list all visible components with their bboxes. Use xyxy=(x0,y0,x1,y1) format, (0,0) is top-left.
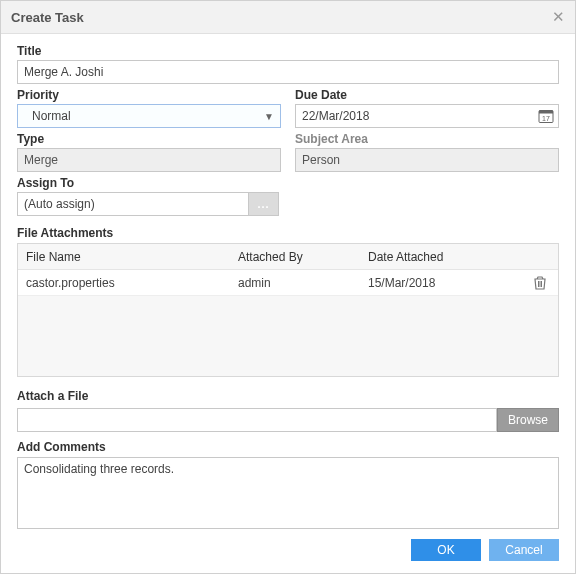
dialog-titlebar: Create Task ✕ xyxy=(1,1,575,34)
assign-picker-button[interactable]: ... xyxy=(249,192,279,216)
attach-file-label: Attach a File xyxy=(17,389,559,403)
subject-area-label: Subject Area xyxy=(295,132,559,146)
dialog-content: Title Priority Normal ▼ Due Date xyxy=(1,34,575,529)
close-icon[interactable]: ✕ xyxy=(552,8,565,26)
assign-to-input[interactable] xyxy=(17,192,249,216)
subject-area-value: Person xyxy=(295,148,559,172)
create-task-dialog: Create Task ✕ Title Priority Normal ▼ Du… xyxy=(0,0,576,574)
dialog-footer: OK Cancel xyxy=(1,529,575,573)
due-date-label: Due Date xyxy=(295,88,559,102)
dialog-title: Create Task xyxy=(11,10,84,25)
calendar-icon[interactable]: 17 xyxy=(537,107,555,125)
title-input[interactable] xyxy=(17,60,559,84)
add-comments-label: Add Comments xyxy=(17,440,559,454)
svg-rect-1 xyxy=(539,111,553,114)
title-label: Title xyxy=(17,44,559,58)
table-header-row: File Name Attached By Date Attached xyxy=(18,244,558,270)
type-value: Merge xyxy=(17,148,281,172)
type-label: Type xyxy=(17,132,281,146)
due-date-input[interactable] xyxy=(295,104,559,128)
attach-file-input[interactable] xyxy=(17,408,497,432)
priority-select[interactable]: Normal ▼ xyxy=(17,104,281,128)
table-row: castor.properties admin 15/Mar/2018 xyxy=(18,270,558,296)
cell-attached-by: admin xyxy=(238,276,368,290)
col-date-attached: Date Attached xyxy=(368,250,498,264)
comments-textarea[interactable] xyxy=(17,457,559,529)
file-attachments-table: File Name Attached By Date Attached cast… xyxy=(17,243,559,377)
cell-file-name: castor.properties xyxy=(18,276,238,290)
cancel-button[interactable]: Cancel xyxy=(489,539,559,561)
file-attachments-label: File Attachments xyxy=(17,226,559,240)
ok-button[interactable]: OK xyxy=(411,539,481,561)
col-attached-by: Attached By xyxy=(238,250,368,264)
browse-button[interactable]: Browse xyxy=(497,408,559,432)
priority-label: Priority xyxy=(17,88,281,102)
trash-icon[interactable] xyxy=(532,275,548,289)
col-file-name: File Name xyxy=(18,250,238,264)
priority-value: Normal xyxy=(32,109,71,123)
cell-date-attached: 15/Mar/2018 xyxy=(368,276,498,290)
svg-text:17: 17 xyxy=(542,115,550,122)
assign-to-label: Assign To xyxy=(17,176,559,190)
